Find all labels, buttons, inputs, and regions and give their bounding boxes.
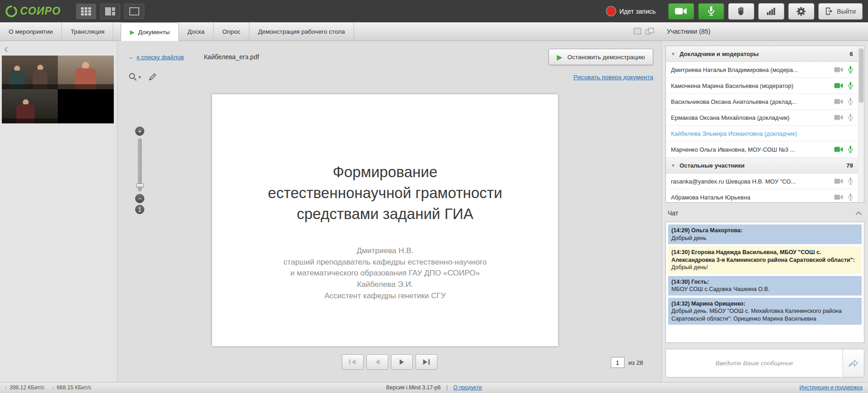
participant-row[interactable]: Камочкина Марина Васильевна (модератор)	[666, 78, 858, 94]
previous-page-button[interactable]	[366, 354, 388, 370]
separator: |	[447, 384, 448, 391]
mic-status-icon[interactable]	[848, 98, 853, 105]
back-to-files-link[interactable]: ← к списку файлов	[128, 54, 184, 61]
zoom-track[interactable]	[138, 138, 142, 191]
next-page-button[interactable]	[391, 354, 413, 370]
single-view-icon[interactable]	[634, 28, 641, 35]
participant-row-self[interactable]: Кайбелева Эльмира Исмаиловна (докладчик)	[666, 126, 858, 142]
tab-label: Доска	[188, 28, 204, 35]
page-indicator: из 28	[611, 357, 644, 368]
first-page-button[interactable]	[342, 354, 364, 370]
video-feed[interactable]	[2, 89, 58, 123]
settings-button[interactable]	[788, 3, 814, 20]
document-header: ← к списку файлов Кайбелева_егэ.pdf ▶ Ос…	[128, 48, 653, 66]
pen-tool-button[interactable]	[148, 72, 157, 82]
slide-author-line: и математического образования ГАУ ДПО «С…	[212, 268, 558, 279]
send-message-button[interactable]	[843, 349, 864, 377]
camera-status-icon[interactable]	[834, 179, 843, 184]
chat-collapse-icon[interactable]	[855, 211, 862, 215]
signal-bars-icon	[767, 8, 775, 15]
slide-author-line: Дмитриева Н.В.	[212, 245, 558, 257]
exit-door-icon	[825, 7, 833, 15]
video-feeds-thumbnail[interactable]	[2, 56, 114, 123]
participant-name: Кайбелева Эльмира Исмаиловна (докладчик)	[671, 130, 853, 137]
slide-title-line: естественнонаучной грамотности	[212, 183, 558, 204]
camera-status-icon[interactable]	[834, 115, 843, 120]
layout-single-button[interactable]	[124, 4, 144, 19]
tab-screen-share[interactable]: Демонстрация рабочего стола	[249, 22, 354, 41]
exit-button[interactable]: Выйти	[818, 3, 863, 20]
page-number-input[interactable]	[611, 357, 624, 368]
group-header-speakers[interactable]: ▼ Докладчики и модераторы 6	[666, 46, 858, 62]
support-link[interactable]: Инструкции и поддержка	[799, 384, 863, 391]
chat-message-input[interactable]	[666, 349, 843, 377]
camera-button[interactable]	[668, 3, 694, 20]
zoom-fit-button[interactable]: 1	[135, 205, 144, 214]
feed-caption	[2, 84, 58, 89]
last-page-button[interactable]	[416, 354, 437, 370]
tab-about-event[interactable]: О мероприятии	[0, 22, 62, 41]
chat-message-author: (14:32) Марина Орищенко:	[671, 300, 858, 308]
top-bar: СОИРО Идет запись	[0, 0, 868, 22]
microphone-button[interactable]	[698, 3, 724, 20]
participant-row[interactable]: Абрамова Наталья Юрьевна	[666, 189, 858, 203]
chat-message: (14:30) Гость: МБОУ СОШ с.Садовка Чашкин…	[668, 276, 862, 296]
chat-message-author: (14:30) Гость:	[671, 278, 858, 286]
participant-row[interactable]: rasanka@yandex.ru Шевцова Н.В. МОУ "СО..…	[666, 174, 858, 189]
tab-poll[interactable]: Опрос	[213, 22, 249, 41]
participant-row[interactable]: Васильчикова Оксана Анатольевна (доклад.…	[666, 94, 858, 110]
tab-whiteboard[interactable]: Доска	[179, 22, 213, 41]
camera-status-icon[interactable]	[834, 99, 843, 104]
stop-demonstration-button[interactable]: ▶ Остановить демонстрацию	[548, 49, 653, 65]
mic-status-icon[interactable]	[848, 66, 853, 73]
slide-title: Формирование естественнонаучной грамотно…	[212, 162, 558, 225]
video-feed[interactable]	[58, 56, 114, 89]
feed-caption	[2, 118, 58, 123]
scrollbar-thumb[interactable]	[859, 48, 863, 103]
zoom-out-button[interactable]: −	[135, 194, 144, 203]
tab-label: Демонстрация рабочего стола	[258, 28, 345, 35]
chat-messages: (14:29) Ольга Махортова: Добрый день (14…	[665, 222, 864, 343]
camera-status-icon[interactable]	[834, 194, 843, 200]
mic-status-icon[interactable]	[848, 146, 853, 153]
tab-documents[interactable]: ▶ Документы	[121, 22, 179, 41]
zoom-tool-button[interactable]: ▾	[128, 72, 141, 82]
mic-status-icon[interactable]	[848, 194, 853, 201]
chat-message-body: Добрый день. МБОУ "ООШ с. Михайловка Кал…	[671, 308, 842, 322]
participant-row[interactable]: Дмитриева Наталья Владимировна (модера..…	[666, 62, 858, 78]
group-header-others[interactable]: ▼ Остальные участники 79	[666, 158, 858, 174]
document-viewer: ← к списку файлов Кайбелева_егэ.pdf ▶ Ос…	[117, 41, 661, 382]
draw-over-document-link[interactable]: Рисовать поверх документа	[574, 74, 653, 81]
mic-status-icon[interactable]	[848, 178, 853, 185]
camera-status-icon[interactable]	[834, 67, 843, 72]
participants-scrollbar[interactable]	[858, 46, 864, 202]
slide-author-line: старший преподаватель кафедры естественн…	[212, 257, 558, 268]
group-count: 6	[850, 51, 853, 57]
camera-status-icon[interactable]	[834, 147, 843, 152]
microphone-icon	[708, 6, 715, 16]
connection-stats-button[interactable]	[758, 3, 784, 20]
participant-row[interactable]: Ермакова Оксана Михайловна (докладчик)	[666, 110, 858, 126]
about-product-link[interactable]: О продукте	[453, 384, 482, 391]
slide-title-line: средствами заданий ГИА	[212, 204, 558, 225]
app-logo: СОИРО	[5, 5, 61, 17]
logo-swirl-icon	[5, 5, 17, 17]
mic-status-icon[interactable]	[848, 114, 853, 121]
raise-hand-button[interactable]	[728, 3, 754, 20]
participant-row[interactable]: Марченко Ольга Ивановна, МОУ-СОШ №3 ...	[666, 142, 858, 158]
camera-status-icon[interactable]	[834, 83, 843, 88]
participant-name: Абрамова Наталья Юрьевна	[671, 194, 829, 201]
collapse-sidebar-icon[interactable]: ‹	[4, 43, 8, 55]
layout-grid-button[interactable]	[76, 4, 96, 19]
chat-message: (14:29) Ольга Махортова: Добрый день	[668, 225, 862, 244]
mic-status-icon[interactable]	[848, 82, 853, 89]
send-arrow-icon	[848, 359, 859, 367]
tab-broadcast[interactable]: Трансляция	[62, 22, 113, 41]
recording-indicator: Идет запись	[607, 7, 656, 15]
zoom-in-button[interactable]: +	[135, 127, 144, 136]
zoom-slider-thumb[interactable]	[136, 184, 144, 188]
video-feed[interactable]	[2, 56, 58, 89]
expand-view-icon[interactable]	[645, 28, 654, 35]
layout-split-button[interactable]	[100, 4, 120, 19]
back-arrow-icon: ←	[128, 54, 135, 61]
